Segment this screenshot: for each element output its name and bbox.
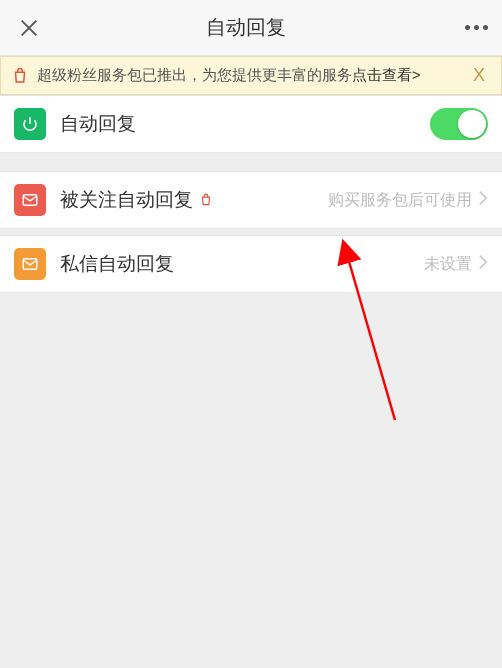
dot-icon — [465, 25, 470, 30]
follow-auto-reply-row[interactable]: 被关注自动回复 购买服务包后可使用 — [0, 171, 502, 229]
premium-bag-icon — [199, 193, 213, 207]
mail-icon — [14, 248, 46, 280]
chevron-right-icon — [478, 254, 488, 274]
dot-icon — [474, 25, 479, 30]
mail-icon — [14, 184, 46, 216]
row-label: 被关注自动回复 — [60, 187, 193, 213]
shopping-bag-icon — [11, 67, 29, 85]
banner-text: 超级粉丝服务包已推出，为您提供更丰富的服务点击查看> — [37, 66, 461, 85]
dm-auto-reply-row[interactable]: 私信自动回复 未设置 — [0, 235, 502, 293]
auto-reply-toggle[interactable] — [430, 108, 488, 140]
banner-link[interactable]: 点击查看> — [352, 67, 420, 83]
auto-reply-toggle-row: 自动回复 — [0, 95, 502, 153]
header-bar: 自动回复 — [0, 0, 502, 56]
row-hint: 未设置 — [424, 254, 472, 275]
toggle-label: 自动回复 — [60, 111, 136, 137]
chevron-right-icon — [478, 190, 488, 210]
close-icon — [18, 17, 40, 39]
banner-message: 超级粉丝服务包已推出，为您提供更丰富的服务 — [37, 67, 352, 83]
app-root: 自动回复 超级粉丝服务包已推出，为您提供更丰富的服务点击查看> X 自动回复 — [0, 0, 502, 668]
banner-close-button[interactable]: X — [467, 65, 491, 86]
power-icon — [14, 108, 46, 140]
close-button[interactable] — [14, 13, 44, 43]
row-hint: 购买服务包后可使用 — [328, 190, 472, 211]
page-title: 自动回复 — [44, 14, 448, 41]
row-label: 私信自动回复 — [60, 251, 174, 277]
more-button[interactable] — [448, 25, 488, 30]
toggle-knob — [458, 110, 486, 138]
dot-icon — [483, 25, 488, 30]
promo-banner[interactable]: 超级粉丝服务包已推出，为您提供更丰富的服务点击查看> X — [0, 56, 502, 95]
